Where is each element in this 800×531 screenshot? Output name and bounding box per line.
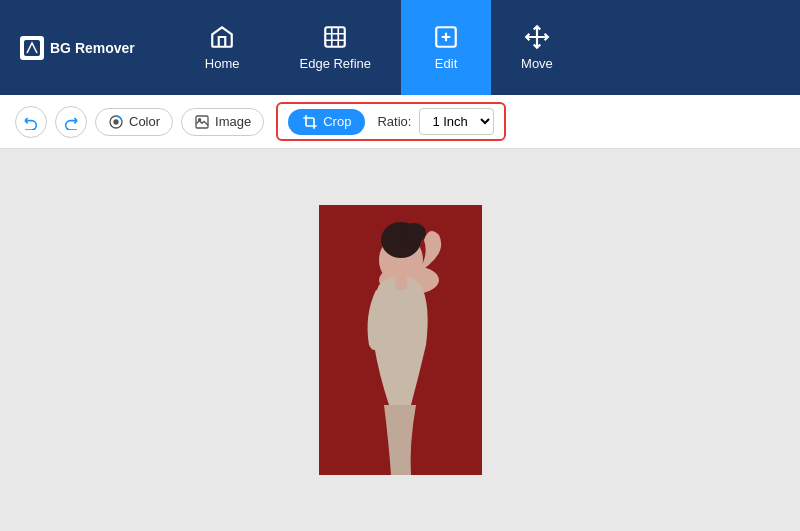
nav-edge-refine-label: Edge Refine bbox=[300, 56, 372, 71]
brand: BG Remover bbox=[20, 36, 135, 60]
image-container bbox=[319, 205, 482, 475]
crop-section: Crop Ratio: 1 Inch 2 Inch Free 1:1 4:3 1… bbox=[276, 102, 506, 141]
image-label: Image bbox=[215, 114, 251, 129]
svg-point-9 bbox=[402, 223, 426, 243]
svg-point-4 bbox=[114, 120, 118, 124]
undo-button[interactable] bbox=[15, 106, 47, 138]
nav-item-move[interactable]: Move bbox=[491, 0, 583, 95]
photo-background bbox=[319, 205, 482, 475]
image-button[interactable]: Image bbox=[181, 108, 264, 136]
svg-rect-1 bbox=[326, 27, 346, 47]
nav-edit-label: Edit bbox=[435, 56, 457, 71]
brand-name: BG Remover bbox=[50, 40, 135, 56]
color-button[interactable]: Color bbox=[95, 108, 173, 136]
nav-items: Home Edge Refine Edit Move bbox=[175, 0, 583, 95]
svg-rect-11 bbox=[395, 270, 407, 290]
nav-home-label: Home bbox=[205, 56, 240, 71]
navbar: BG Remover Home Edge Refine Edit bbox=[0, 0, 800, 95]
ratio-select[interactable]: 1 Inch 2 Inch Free 1:1 4:3 16:9 bbox=[419, 108, 494, 135]
nav-item-edit[interactable]: Edit bbox=[401, 0, 491, 95]
person-image bbox=[319, 205, 482, 475]
crop-label: Crop bbox=[323, 114, 351, 129]
crop-button[interactable]: Crop bbox=[288, 109, 365, 135]
color-label: Color bbox=[129, 114, 160, 129]
canvas-area bbox=[0, 149, 800, 531]
nav-item-home[interactable]: Home bbox=[175, 0, 270, 95]
redo-button[interactable] bbox=[55, 106, 87, 138]
nav-move-label: Move bbox=[521, 56, 553, 71]
brand-icon bbox=[20, 36, 44, 60]
nav-item-edge-refine[interactable]: Edge Refine bbox=[270, 0, 402, 95]
toolbar: Color Image Crop Ratio: 1 Inch 2 Inch Fr… bbox=[0, 95, 800, 149]
ratio-label: Ratio: bbox=[377, 114, 411, 129]
